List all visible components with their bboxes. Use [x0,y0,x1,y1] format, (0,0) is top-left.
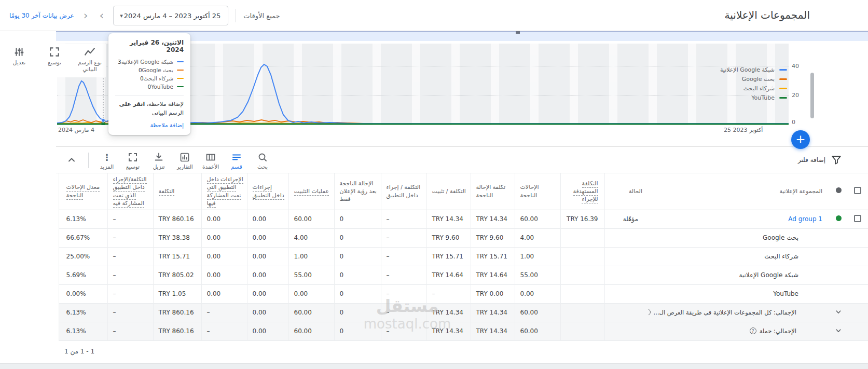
ad-group-link[interactable]: Ad group 1 [788,215,822,223]
column-header-cost[interactable]: التكلفة [153,173,201,210]
chevron-down-icon[interactable] [834,326,843,335]
row-checkbox-cell [847,266,868,284]
cost-cell: TRY 860.16 [153,303,201,322]
add-note-link[interactable]: إضافة ملاحظة [115,122,184,129]
cost-per-conversion-cell: TRY 0.00 [471,284,515,303]
expand-icon [128,152,138,162]
column-header-conversion-rate[interactable]: معدل الإحالات الناجحة [59,173,107,210]
adjust-chart-label: تعديل [13,59,25,66]
cost-per-conversion-cell: TRY 14.64 [471,266,515,284]
expand-table-button[interactable]: توسيع [121,151,145,170]
status-cell [604,322,649,340]
segment-label: قسم [231,163,242,170]
cost-per-install-cell: TRY 14.34 [426,303,471,322]
tooltip-row: شركاء البحث 0 [115,74,184,83]
conversion-rate-cell: 5.69% [59,266,107,284]
reports-button[interactable]: التقارير [173,151,197,170]
series-dash-icon [177,61,184,63]
expand-chart-button[interactable]: توسيع [39,46,70,75]
column-header-cost-per-conversion[interactable]: تكلفة الإحالة الناجحة [471,173,515,210]
column-header-target-cpa[interactable]: التكلفة المستهدفة للإجراء [560,173,604,210]
vertical-scrollbar[interactable] [810,73,814,118]
legend-dash-icon [779,97,787,99]
collapse-chart-button[interactable] [61,151,82,165]
previous-period-button[interactable]: ‹ [81,10,90,21]
chevron-down-icon[interactable] [834,307,843,317]
column-header-engaged-in-app-actions[interactable]: الإجراءات داخل التطبيق التي تمت المشاركة… [201,173,247,210]
view-through-conversions-cell: 0 [334,284,381,303]
next-period-button[interactable]: › [98,10,106,21]
show-last-30-days-link[interactable]: عرض بيانات آخر 30 يومًا [9,12,74,19]
engaged-actions-cell: – [201,322,247,340]
column-header-installs[interactable]: عمليات التثبيت [288,173,334,210]
column-header-in-app-actions[interactable]: إجراءات داخل التطبيق [247,173,288,210]
cost-cell: TRY 860.16 [153,210,201,228]
add-filter-button[interactable]: إضافة فلتر [798,154,842,166]
help-icon[interactable]: ? [750,327,756,334]
cost-per-in-app-action-cell: – [381,228,426,247]
sliders-icon [13,46,25,58]
ad-groups-table: المجموعة الإعلانية الحالة التكلفة المسته… [59,173,868,341]
search-button[interactable]: بحث [251,151,274,170]
tooltip-series-label: YouTube [151,84,173,90]
conversions-cell: 1.00 [515,247,560,266]
in-app-actions-cell: 0.00 [247,247,288,266]
column-header-cost-per-install[interactable]: التكلفة / تثبيت [426,173,471,210]
cost-cell: TRY 38.38 [153,228,201,247]
chart-toolbar: نوع الرسم البياني توسيع تعديل [3,44,106,77]
total-label-cell: الإجمالي: حملة? [649,322,830,340]
row-status-dot-cell [830,284,847,303]
legend-item-display-network[interactable]: شبكة Google الإعلانية [687,65,787,74]
column-header-conversions[interactable]: الإحالات الناجحة [515,173,560,210]
tooltip-note: لإضافة ملاحظة، انقر على الرسم البياني [115,100,184,117]
chart-tooltip: الاثنين، 26 فبراير 2024 شبكة Google الإع… [108,33,190,135]
search-label: بحث [257,163,268,170]
segment-button[interactable]: قسم [225,151,249,170]
cost-per-conversion-cell: TRY 15.71 [471,247,515,266]
view-through-conversions-cell: 0 [334,266,381,284]
select-all-header[interactable] [847,173,868,210]
chart-type-button[interactable]: نوع الرسم البياني [75,46,105,75]
select-all-checkbox[interactable] [854,187,861,194]
cost-per-in-app-action-cell: – [381,266,426,284]
adjust-chart-button[interactable]: تعديل [4,46,34,75]
download-button[interactable]: تنزيل [147,151,171,170]
column-header-status[interactable]: الحالة [604,173,649,210]
date-range-picker[interactable]: 25 أكتوبر 2023 – 4 مارس 2024 ▾ [113,6,228,25]
table-row-ad-group-1[interactable]: Ad group 1 مؤهّلة TRY 16.39 60.00 TRY 14… [59,210,868,228]
add-ad-group-fab[interactable]: + [791,130,810,149]
more-button[interactable]: ⋮ المزيد [95,151,119,170]
legend-dash-icon [779,88,787,89]
legend-item-google-search[interactable]: بحث Google [687,74,787,84]
help-icon[interactable]: ? [649,309,651,316]
bar-chart-icon [180,152,190,162]
legend-item-search-partners[interactable]: شركاء البحث [687,84,787,93]
column-header-ad-group[interactable]: المجموعة الإعلانية [649,173,830,210]
cost-per-engaged-action-cell: – [107,322,153,340]
installs-cell: 4.00 [288,228,334,247]
installs-cell: 60.00 [288,322,334,340]
columns-button[interactable]: الأعمدة [199,151,223,170]
column-header-cost-per-in-app-action[interactable]: التكلفة / إجراء داخل التطبيق [381,173,426,210]
pagination-status: 1 - 1 من 1 [64,348,94,355]
table-row-segment-display-network: شبكة Google الإعلانية 55.00 TRY 14.64 TR… [59,266,868,284]
column-header-view-through-conversions[interactable]: الإحالة الناجحة بعد رؤية الإعلان فقط [334,173,381,210]
columns-icon [205,152,216,162]
row-checkbox[interactable] [854,215,861,222]
cost-per-engaged-action-cell: – [107,303,153,322]
cost-per-conversion-cell: TRY 14.34 [471,210,515,228]
legend-item-youtube[interactable]: YouTube [687,93,787,102]
column-header-cost-per-engaged-action[interactable]: التكلفة/الإجراء داخل التطبيق الذي تمت ال… [107,173,153,210]
row-checkbox-cell [847,247,868,266]
note-text: الرسم البياني [152,110,184,116]
note-bold: انقر على [119,101,145,107]
cost-cell: TRY 1.05 [153,284,201,303]
conversion-rate-cell: 66.67% [59,228,107,247]
cost-per-in-app-action-cell: – [381,303,426,322]
legend-dash-icon [779,78,787,80]
view-through-conversions-cell: 0 [334,247,381,266]
row-status-dot-cell [830,247,847,266]
x-axis-label-end: 4 مارس 2024 [58,127,94,133]
in-app-actions-cell: 0.00 [247,303,288,322]
legend-label: YouTube [751,94,775,101]
